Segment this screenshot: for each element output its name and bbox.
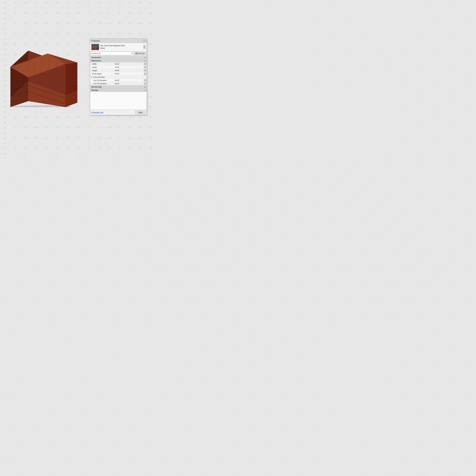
watermark-cell: RD (63, 31, 73, 36)
watermark-cell: RD (42, 156, 52, 159)
watermark-cell: RD (125, 125, 135, 130)
watermark-cell: RD (94, 10, 104, 16)
watermark-cell: RD (0, 5, 10, 10)
watermark-cell: RD (10, 115, 21, 120)
desk-height-value: 75.00 (114, 73, 144, 75)
item-name-line1: RD_Court Clerk Reporter Desk (100, 45, 125, 47)
panel-title: Properties (91, 40, 100, 42)
properties-help-link[interactable]: Properties help (91, 111, 103, 114)
watermark-cell: RD (104, 156, 115, 159)
dimensions-section-header[interactable]: Dimensions » (90, 59, 147, 62)
watermark-cell: RD (104, 10, 115, 16)
watermark-cell: RD (52, 135, 63, 141)
watermark-cell: RD (83, 31, 94, 36)
identity-data-section-header[interactable]: Identity Data » (90, 85, 147, 88)
svg-rect-37 (136, 53, 136, 54)
watermark-cell: RD (0, 16, 10, 21)
panel-close-button[interactable]: × (143, 40, 145, 42)
watermark-cell: RD (83, 146, 94, 151)
watermark-cell: RD (31, 115, 42, 120)
property-row-line01: Line 01 Elevation 30.00 □ (90, 79, 147, 82)
phasing-section-header[interactable]: Phasing » (90, 88, 147, 92)
width-label: Width (90, 63, 114, 65)
edit-type-label: Edit Type (138, 52, 145, 54)
watermark-cell: RD (52, 0, 63, 5)
phasing-toggle[interactable]: » (144, 89, 145, 91)
apply-button[interactable]: Apply (135, 111, 145, 114)
watermark-cell: RD (115, 115, 125, 120)
watermark-cell: RD (104, 21, 115, 26)
watermark-cell: RD (146, 115, 156, 120)
depth-label: Depth (90, 66, 114, 68)
line01-label: Line 01 Elevation (90, 79, 114, 81)
watermark-cell: RD (52, 146, 63, 151)
watermark-cell: RD (10, 10, 21, 16)
watermark-cell: RD (10, 156, 21, 159)
watermark-cell: RD (10, 146, 21, 151)
watermark-cell: RD (42, 0, 52, 5)
furniture-dropdown[interactable]: Furniture (1) (91, 52, 134, 55)
height-btn[interactable]: □ (144, 69, 146, 72)
line02-value: 50.00 (114, 83, 144, 85)
panel-titlebar: Properties × (90, 39, 147, 43)
identity-data-toggle[interactable]: » (144, 86, 145, 88)
panel-dropdown-row: Furniture (1) Edit Type (90, 51, 147, 56)
watermark-cell: RD (125, 135, 135, 141)
watermark-cell: RD (42, 10, 52, 16)
watermark-cell: RD (104, 115, 115, 120)
watermark-cell: RD (0, 120, 10, 125)
dimensions-toggle[interactable]: » (144, 60, 145, 62)
watermark-cell: RD (42, 146, 52, 151)
watermark-cell: RD (104, 0, 115, 5)
desk-height-label: Desk Height (90, 73, 114, 75)
watermark-cell: RD (83, 125, 94, 130)
watermark-cell: RD (83, 156, 94, 159)
watermark-cell: RD (115, 146, 125, 151)
depth-btn[interactable]: □ (144, 66, 146, 68)
identity-data-label: Identity Data (91, 86, 102, 88)
watermark-cell: RD (146, 73, 156, 78)
watermark-cell: RD (146, 94, 156, 99)
properties-panel: Properties × RD_Court Clerk Reporter Des… (90, 39, 147, 115)
watermark-cell: RD (73, 156, 83, 159)
watermark-cell: RD (10, 135, 21, 141)
watermark-cell: RD (125, 31, 135, 36)
constraints-label: Constraints (91, 56, 101, 58)
height-label: Height (90, 70, 114, 71)
watermark-cell: RD (115, 125, 125, 130)
watermark-cell: RD (135, 0, 146, 5)
property-row-depth: Depth 76.00 □ (90, 66, 147, 69)
watermark-cell: RD (135, 31, 146, 36)
watermark-cell: RD (21, 115, 31, 120)
watermark-cell: RD (125, 10, 135, 16)
watermark-cell: RD (73, 0, 83, 5)
watermark-cell: RD (135, 146, 146, 151)
watermark-cell: RD (135, 156, 146, 159)
edit-type-button[interactable]: Edit Type (134, 52, 146, 55)
watermark-cell: RD (31, 10, 42, 16)
watermark-cell: RD (94, 0, 104, 5)
watermark-cell: RD (0, 151, 10, 156)
watermark-cell: RD (94, 31, 104, 36)
watermark-cell: RD (83, 21, 94, 26)
dimensions-label: Dimensions (91, 60, 101, 62)
watermark-cell: RD (146, 63, 156, 68)
watermark-cell: RD (21, 125, 31, 130)
watermark-cell: RD (63, 115, 73, 120)
width-btn[interactable]: □ (144, 63, 146, 65)
panel-scroll-button[interactable]: ▼ (143, 45, 145, 49)
watermark-cell: RD (21, 21, 31, 26)
property-row-height: Height 90.00 □ (90, 69, 147, 72)
item-name: RD_Court Clerk Reporter Desk Wood (100, 45, 125, 50)
watermark-cell: RD (104, 125, 115, 130)
desk-height-btn[interactable]: □ (144, 73, 146, 75)
constraints-section-header[interactable]: Constraints « (90, 56, 147, 59)
watermark-cell: RD (10, 31, 21, 36)
line01-btn[interactable]: □ (144, 79, 146, 82)
watermark-cell: RD (94, 115, 104, 120)
watermark-cell: RD (146, 10, 156, 16)
line02-btn[interactable]: □ (144, 82, 146, 85)
watermark-cell: RD (0, 156, 10, 159)
constraints-toggle[interactable]: « (144, 56, 145, 59)
watermark-cell: RD (73, 115, 83, 120)
